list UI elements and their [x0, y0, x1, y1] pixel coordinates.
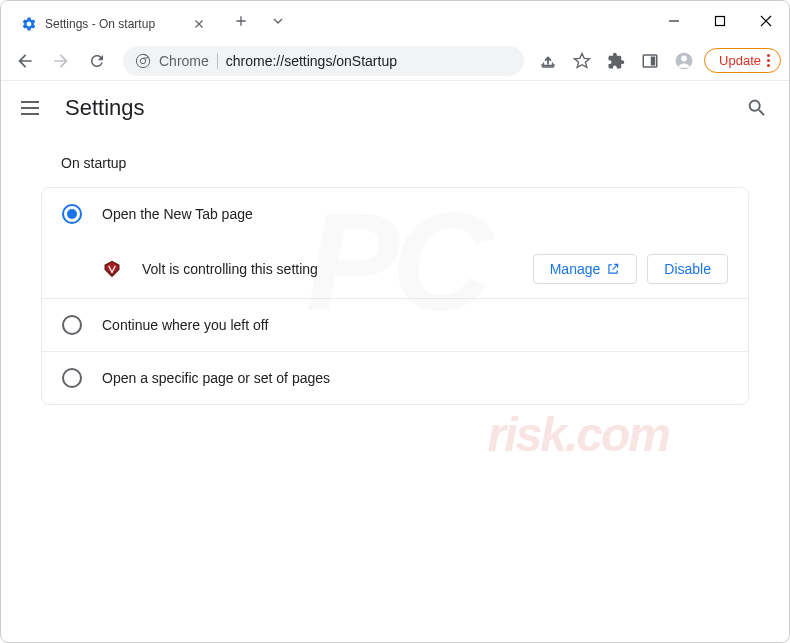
menu-dots-icon: [767, 54, 770, 67]
maximize-button[interactable]: [697, 5, 743, 37]
minimize-button[interactable]: [651, 5, 697, 37]
watermark-sub: risk.com: [488, 407, 669, 462]
update-button[interactable]: Update: [704, 48, 781, 73]
startup-card: Open the New Tab page Volt is controllin…: [41, 187, 749, 405]
disable-label: Disable: [664, 261, 711, 277]
sidepanel-icon[interactable]: [636, 47, 664, 75]
option-new-tab[interactable]: Open the New Tab page: [42, 188, 748, 240]
manage-label: Manage: [550, 261, 601, 277]
hamburger-icon[interactable]: [21, 96, 45, 120]
forward-button[interactable]: [45, 45, 77, 77]
svg-rect-4: [651, 56, 656, 65]
option-label: Open the New Tab page: [102, 206, 253, 222]
disable-button[interactable]: Disable: [647, 254, 728, 284]
url-input[interactable]: Chrome chrome://settings/onStartup: [123, 46, 524, 76]
profile-icon[interactable]: [670, 47, 698, 75]
manage-button[interactable]: Manage: [533, 254, 638, 284]
tab-search-icon[interactable]: [255, 13, 301, 29]
url-scheme: Chrome: [159, 53, 209, 69]
external-link-icon: [606, 262, 620, 276]
share-icon[interactable]: [534, 47, 562, 75]
option-label: Open a specific page or set of pages: [102, 370, 330, 386]
browser-tab[interactable]: Settings - On startup: [9, 7, 219, 41]
titlebar: Settings - On startup: [1, 1, 789, 41]
update-label: Update: [719, 53, 761, 68]
content-header: Settings: [1, 81, 789, 135]
address-bar: Chrome chrome://settings/onStartup Updat…: [1, 41, 789, 81]
bookmark-icon[interactable]: [568, 47, 596, 75]
option-specific-pages[interactable]: Open a specific page or set of pages: [42, 352, 748, 404]
radio-icon[interactable]: [62, 204, 82, 224]
extension-notice: Volt is controlling this setting Manage …: [42, 240, 748, 298]
volt-extension-icon: [102, 259, 122, 279]
radio-icon[interactable]: [62, 368, 82, 388]
option-continue[interactable]: Continue where you left off: [42, 299, 748, 351]
on-startup-section: On startup Open the New Tab page Volt is…: [1, 155, 789, 405]
new-tab-button[interactable]: [227, 7, 255, 35]
extension-message: Volt is controlling this setting: [142, 261, 513, 277]
radio-icon[interactable]: [62, 315, 82, 335]
url-text: chrome://settings/onStartup: [226, 53, 397, 69]
section-title: On startup: [61, 155, 749, 171]
gear-icon: [21, 16, 37, 32]
url-divider: [217, 53, 218, 69]
page-title: Settings: [65, 95, 145, 121]
tab-title: Settings - On startup: [45, 17, 183, 31]
close-tab-icon[interactable]: [191, 16, 207, 32]
svg-rect-0: [716, 17, 725, 26]
search-icon[interactable]: [745, 96, 769, 120]
back-button[interactable]: [9, 45, 41, 77]
close-window-button[interactable]: [743, 5, 789, 37]
reload-button[interactable]: [81, 45, 113, 77]
chrome-icon: [135, 53, 151, 69]
option-label: Continue where you left off: [102, 317, 268, 333]
extensions-icon[interactable]: [602, 47, 630, 75]
svg-point-2: [140, 58, 145, 63]
svg-point-6: [681, 55, 687, 61]
